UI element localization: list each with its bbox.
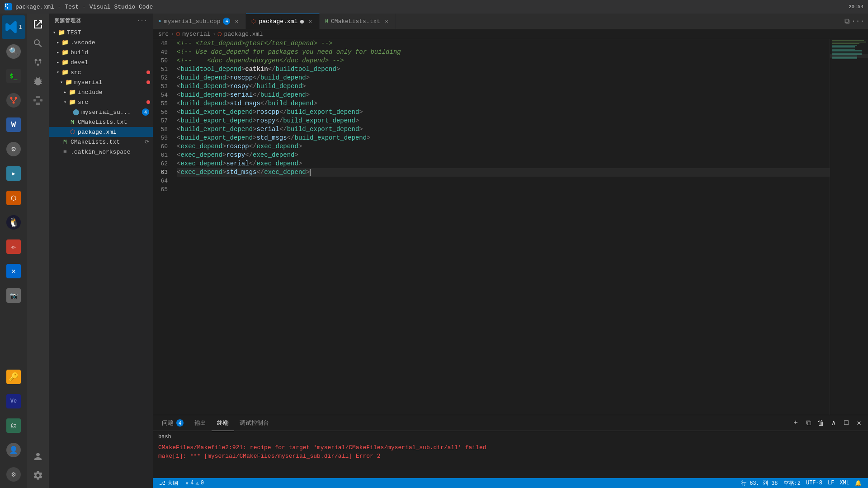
language-mode[interactable]: XML xyxy=(837,478,852,488)
terminal-split-button[interactable]: ⧉ xyxy=(803,418,814,428)
panel-tab-debug[interactable]: 调试控制台 xyxy=(234,415,274,431)
tree-item-myserial[interactable]: ▾ 📁 myserial xyxy=(49,77,153,87)
expand-arrow: ▸ xyxy=(54,49,61,56)
tree-item-cmake-inner[interactable]: M CMakeLists.txt xyxy=(49,117,153,127)
code-line-49: <!-- Use doc_depend for packages you nee… xyxy=(177,48,830,56)
code-content[interactable]: <!-- <test_depend>gtest</test_depend> --… xyxy=(173,39,830,415)
code-line-58: <build_export_depend>serial</build_expor… xyxy=(177,125,830,134)
terminal-app-icon[interactable]: $_ xyxy=(2,64,25,88)
tree-item-package-xml[interactable]: ⬡ package.xml xyxy=(49,127,153,137)
tree-item-vscode[interactable]: ▸ 📁 .vscode xyxy=(49,38,153,47)
window-title: package.xml - Test - Visual Studio Code xyxy=(15,4,153,10)
warning-count: 0 xyxy=(201,480,204,486)
error-count: 4 xyxy=(190,480,193,486)
git-app-icon[interactable] xyxy=(2,89,25,112)
blue-x-app-icon[interactable]: ✕ xyxy=(2,259,25,283)
tab-package-xml[interactable]: ⬡ package.xml ✕ xyxy=(246,14,320,29)
indentation[interactable]: 空格:2 xyxy=(781,478,803,488)
code-line-50: <!-- <doc_depend>doxygen</doc_depend> --… xyxy=(177,56,830,65)
tab-cmakelists[interactable]: M CMakeLists.txt ✕ xyxy=(320,14,396,29)
penguin-app-icon[interactable]: 🐧 xyxy=(2,211,25,234)
stack-app-icon[interactable]: 🗂 xyxy=(2,414,25,437)
tab-close-button[interactable]: ✕ xyxy=(233,18,240,25)
settings-app-icon[interactable]: ⚙ xyxy=(2,137,25,161)
tree-item-devel[interactable]: ▸ 📁 devel xyxy=(49,57,153,67)
errors-button[interactable]: ✕ 4 ⚠ 0 xyxy=(183,478,207,488)
expand-arrow: ▸ xyxy=(61,89,69,96)
sidebar-header: 资源管理器 ··· xyxy=(49,14,153,28)
code-editor[interactable]: 48 49 50 51 52 53 54 55 56 57 58 59 60 6… xyxy=(153,39,868,415)
tree-item-cmake-root[interactable]: M CMakeLists.txt ⟳ xyxy=(49,137,153,147)
panel-close-button[interactable]: ✕ xyxy=(854,418,864,428)
panel-tab-output[interactable]: 输出 xyxy=(189,415,212,431)
screen-app-icon[interactable]: ▶ xyxy=(2,162,25,185)
tree-item-myserial-cpp[interactable]: ⬤ myserial_su... 4 xyxy=(49,107,153,117)
explorer-activity-icon[interactable] xyxy=(29,15,47,33)
status-bar: ⎇ 大纲 ✕ 4 ⚠ 0 行 63, 列 38 空格:2 UTF-8 xyxy=(153,478,868,488)
search-activity-icon[interactable] xyxy=(29,34,47,52)
word-app-icon[interactable]: W xyxy=(2,113,25,136)
tree-item-test[interactable]: ▾ 📁 TEST xyxy=(49,28,153,38)
code-line-52: <build_depend>roscpp</build_depend> xyxy=(177,74,830,82)
extensions-activity-icon[interactable] xyxy=(29,91,47,109)
encoding[interactable]: UTF-8 xyxy=(803,478,825,488)
tab-myserial-sub[interactable]: ● myserial_sub.cpp 4 ✕ xyxy=(153,14,246,29)
branch-name: 大纲 xyxy=(167,479,178,487)
breadcrumb-package-xml[interactable]: package.xml xyxy=(224,31,263,38)
terminal-kill-button[interactable]: 🗑 xyxy=(816,418,826,428)
sync-icon: ⟳ xyxy=(145,139,149,145)
cursor-position[interactable]: 行 63, 列 38 xyxy=(738,478,781,488)
cpp-file-icon: ⬤ xyxy=(72,108,80,116)
account-activity-icon[interactable] xyxy=(29,447,47,465)
git-modified-dot xyxy=(146,100,150,104)
blocks-app-icon[interactable]: ⬡ xyxy=(2,186,25,210)
key-app-icon[interactable]: 🔑 xyxy=(2,365,25,389)
expand-arrow: ▾ xyxy=(51,29,58,36)
terminal-line-1: CMakeFiles/Makefile2:921: recipe for tar… xyxy=(158,443,863,452)
sidebar-menu-icon[interactable]: ··· xyxy=(137,18,147,23)
git-activity-icon[interactable] xyxy=(29,53,47,71)
tab-close-button[interactable]: ✕ xyxy=(383,18,390,25)
panel-collapse-button[interactable]: ∧ xyxy=(828,418,839,428)
tab-close-button[interactable]: ✕ xyxy=(307,18,314,25)
svg-line-3 xyxy=(11,99,14,102)
breadcrumb-sep: › xyxy=(212,31,216,38)
split-editor-button[interactable]: ⧉ xyxy=(844,17,849,26)
code-line-60: <exec_depend>roscpp</exec_depend> xyxy=(177,142,830,151)
pen-app-icon[interactable]: ✏ xyxy=(2,235,25,258)
vscode-app-icon[interactable]: 1 xyxy=(2,15,25,39)
tree-item-build[interactable]: ▸ 📁 build xyxy=(49,47,153,57)
breadcrumb-myserial[interactable]: myserial xyxy=(182,31,210,38)
tree-item-include[interactable]: ▸ 📁 include xyxy=(49,87,153,97)
debug-activity-icon[interactable] xyxy=(29,72,47,90)
panel-content[interactable]: bash CMakeFiles/Makefile2:921: recipe fo… xyxy=(153,431,868,478)
titlebar: package.xml - Test - Visual Studio Code … xyxy=(0,0,868,14)
tree-item-src-sub[interactable]: ▾ 📁 src xyxy=(49,97,153,107)
more-actions-button[interactable]: ··· xyxy=(851,17,864,25)
svg-rect-25 xyxy=(832,58,857,59)
search-app-icon[interactable]: 🔍 xyxy=(2,40,25,63)
vscode-badge: 1 xyxy=(19,24,22,31)
tree-item-src[interactable]: ▾ 📁 src xyxy=(49,67,153,77)
line-ending[interactable]: LF xyxy=(825,478,837,488)
user-app-icon[interactable]: 👤 xyxy=(2,438,25,462)
gear-app-icon[interactable]: ⚙ xyxy=(2,463,25,486)
code-line-61: <exec_depend>rospy</exec_depend> xyxy=(177,151,830,160)
svg-rect-13 xyxy=(832,42,866,42)
terminal-new-button[interactable]: + xyxy=(790,418,801,428)
breadcrumb-src[interactable]: src xyxy=(158,31,169,38)
settings-activity-icon[interactable] xyxy=(29,466,47,484)
language-text: XML xyxy=(840,480,849,486)
tree-item-catkin[interactable]: ≡ .catkin_workspace xyxy=(49,147,153,157)
code-line-54: <build_depend>serial</build_depend> xyxy=(177,91,830,99)
status-right: 行 63, 列 38 空格:2 UTF-8 LF XML 🔔 xyxy=(738,478,864,488)
panel-tab-terminal[interactable]: 终端 xyxy=(212,415,234,431)
panel-maximize-button[interactable]: □ xyxy=(841,418,852,428)
panel-tab-problems[interactable]: 问题 4 xyxy=(156,415,189,431)
expand-arrow: ▸ xyxy=(54,39,61,46)
camera-app-icon[interactable]: 📷 xyxy=(2,284,25,307)
folder-icon: 📁 xyxy=(61,59,69,66)
notifications-button[interactable]: 🔔 xyxy=(852,478,864,488)
ve-app-icon[interactable]: Ve xyxy=(2,389,25,413)
branch-button[interactable]: ⎇ 大纲 xyxy=(156,478,181,488)
